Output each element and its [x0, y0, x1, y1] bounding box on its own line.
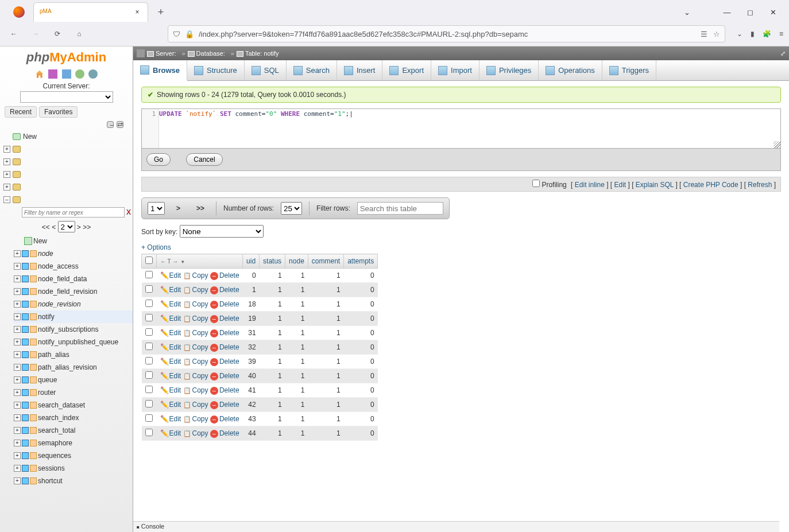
structure-icon[interactable]	[30, 465, 37, 472]
edit-link[interactable]: Edit	[169, 429, 181, 437]
table-item-node_field_data[interactable]: +node_field_data	[14, 273, 133, 285]
structure-icon[interactable]	[30, 440, 37, 446]
table-item-node_revision[interactable]: +node_revision	[14, 298, 133, 310]
table-item-semaphore[interactable]: +semaphore	[14, 437, 133, 449]
explain-sql-link[interactable]: Explain SQL	[636, 181, 674, 189]
table-item-node_field_revision[interactable]: +node_field_revision	[14, 285, 133, 298]
page-last[interactable]: >>	[83, 223, 91, 231]
expand-icon[interactable]: +	[14, 389, 21, 396]
database-item[interactable]	[23, 145, 25, 153]
url-bar[interactable]: 🛡 🔒 /index.php?server=9&token=77f4ffd76a…	[168, 25, 725, 42]
table-name[interactable]: search_index	[38, 414, 79, 422]
structure-icon[interactable]	[30, 376, 37, 383]
edit-link[interactable]: Edit	[169, 401, 181, 409]
structure-icon[interactable]	[30, 389, 37, 396]
minimize-button[interactable]: —	[721, 8, 733, 17]
tab-import[interactable]: Import	[431, 60, 479, 80]
tab-export[interactable]: Export	[382, 60, 431, 80]
expand-icon[interactable]: +	[14, 339, 21, 345]
edit-link[interactable]: Edit	[169, 386, 181, 394]
delete-link[interactable]: Delete	[219, 329, 239, 337]
table-name[interactable]: shortcut	[38, 477, 63, 485]
reader-icon[interactable]: ☰	[701, 30, 707, 38]
expand-icon[interactable]: +	[3, 184, 10, 191]
structure-icon[interactable]	[30, 351, 37, 358]
browse-icon[interactable]	[22, 288, 29, 295]
table-name[interactable]: node_access	[38, 262, 79, 270]
browse-icon[interactable]	[22, 263, 29, 270]
structure-icon[interactable]	[30, 402, 37, 409]
server-select[interactable]	[20, 91, 113, 103]
page-select[interactable]: 2	[58, 221, 75, 232]
filter-rows-input[interactable]	[357, 202, 443, 215]
table-item-node_access[interactable]: +node_access	[14, 260, 133, 273]
new-table[interactable]: New	[14, 235, 133, 247]
copy-link[interactable]: Copy	[192, 314, 208, 323]
tab-structure[interactable]: Structure	[187, 60, 245, 80]
pma-logo[interactable]: phpMyAdmin	[0, 46, 133, 68]
hamburger-menu-icon[interactable]: ≡	[779, 30, 783, 38]
edit-link[interactable]: Edit	[614, 181, 626, 189]
browse-icon[interactable]	[22, 389, 29, 396]
table-item-notify[interactable]: +notify	[14, 310, 133, 323]
expand-icon[interactable]: +	[3, 146, 10, 153]
row-checkbox[interactable]	[145, 414, 153, 422]
database-item[interactable]	[23, 170, 25, 178]
browse-icon[interactable]	[22, 414, 29, 421]
browse-icon[interactable]	[22, 339, 29, 345]
column-node[interactable]: node	[285, 254, 308, 269]
delete-link[interactable]: Delete	[219, 314, 239, 323]
page-first[interactable]: <<	[42, 223, 50, 231]
tab-sql[interactable]: SQL	[245, 60, 287, 80]
table-name[interactable]: node_field_revision	[38, 288, 97, 296]
table-name[interactable]: node_field_data	[38, 275, 87, 283]
column-attempts[interactable]: attempts	[344, 254, 378, 269]
table-name[interactable]: router	[38, 389, 56, 397]
table-item-notify_unpublished_queue[interactable]: +notify_unpublished_queue	[14, 336, 133, 348]
browse-icon[interactable]	[22, 326, 29, 333]
table-item-router[interactable]: +router	[14, 386, 133, 399]
row-checkbox[interactable]	[145, 328, 153, 336]
sort-key-select[interactable]: None	[180, 225, 264, 238]
edit-link[interactable]: Edit	[169, 300, 181, 308]
table-item-queue[interactable]: +queue	[14, 374, 133, 386]
table-name[interactable]: notify_unpublished_queue	[38, 338, 118, 346]
favorites-button[interactable]: Favorites	[39, 106, 78, 118]
copy-link[interactable]: Copy	[192, 372, 208, 380]
expand-icon[interactable]: +	[14, 364, 21, 371]
table-item-notify_subscriptions[interactable]: +notify_subscriptions	[14, 323, 133, 336]
browse-icon[interactable]	[22, 301, 29, 308]
row-checkbox[interactable]	[145, 343, 153, 350]
structure-icon[interactable]	[30, 301, 37, 308]
link-icon[interactable]: ⮂	[117, 121, 123, 128]
copy-link[interactable]: Copy	[192, 429, 208, 437]
new-database[interactable]: New	[0, 130, 133, 143]
table-item-shortcut[interactable]: +shortcut	[14, 475, 133, 487]
tab-privileges[interactable]: Privileges	[479, 60, 539, 80]
page-prev[interactable]: <	[52, 223, 56, 231]
collapse-all-icon[interactable]: –	[107, 121, 114, 128]
docs-icon[interactable]	[62, 69, 71, 79]
delete-link[interactable]: Delete	[219, 415, 239, 423]
row-checkbox[interactable]	[145, 285, 153, 293]
page-next-button[interactable]: >	[172, 203, 185, 213]
expand-icon[interactable]: +	[14, 326, 21, 333]
table-name[interactable]: notify_subscriptions	[38, 325, 98, 333]
row-checkbox[interactable]	[145, 386, 153, 393]
table-name[interactable]: node_revision	[38, 300, 81, 308]
table-name[interactable]: queue	[38, 376, 57, 384]
column-uid[interactable]: uid	[243, 254, 260, 269]
expand-icon[interactable]: +	[14, 288, 21, 295]
new-tab-button[interactable]: +	[153, 4, 169, 20]
expand-icon[interactable]: +	[3, 171, 10, 178]
expand-icon[interactable]: +	[14, 402, 21, 409]
pocket-icon[interactable]: ⌄	[737, 30, 742, 38]
row-checkbox[interactable]	[145, 271, 153, 278]
table-name[interactable]: search_dataset	[38, 401, 85, 409]
delete-link[interactable]: Delete	[219, 271, 239, 279]
browse-icon[interactable]	[22, 275, 29, 282]
expand-icon[interactable]: +	[14, 477, 21, 484]
database-item[interactable]	[23, 183, 25, 191]
edit-link[interactable]: Edit	[169, 329, 181, 337]
options-toggle[interactable]: + Options	[141, 243, 781, 251]
